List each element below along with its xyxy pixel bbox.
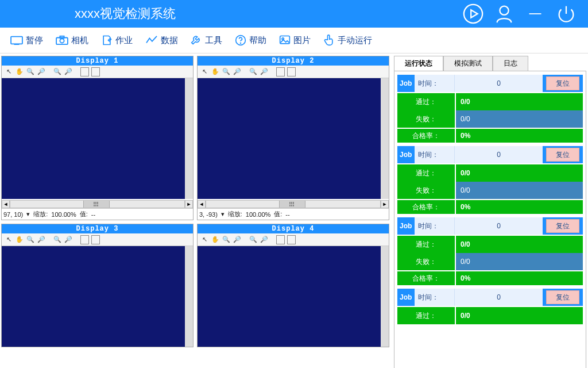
zoom-in-icon[interactable]: 🔍 [53, 235, 62, 244]
grid-icon[interactable] [276, 235, 285, 244]
display-title: Display 3 [2, 224, 193, 233]
app-header: xxxx视觉检测系统 [0, 0, 588, 28]
display-toolbar: ↖ ✋ 🔍 🔎 🔍 🔎 [2, 233, 193, 246]
play-icon[interactable] [462, 2, 485, 25]
pass-value: 0/0 [455, 93, 583, 110]
svg-rect-7 [60, 36, 64, 39]
zoom-in-icon[interactable]: 🔍 [222, 67, 231, 76]
zoom-out-icon[interactable]: 🔎 [37, 67, 46, 76]
vertical-scrollbar[interactable] [185, 78, 193, 199]
reset-button[interactable]: 复位 [546, 290, 579, 304]
dots-icon[interactable] [91, 235, 100, 244]
dots-icon[interactable] [287, 67, 296, 76]
job-block: Job 时间： 0 复位 通过：0/0 失败：0/0 合格率：0% [397, 146, 583, 214]
app-title: xxxx视觉检测系统 [75, 5, 176, 22]
display-panel-3: Display 3 ↖ ✋ 🔍 🔎 🔍 🔎 [1, 224, 194, 347]
zoom-in-icon[interactable]: 🔍 [249, 67, 258, 76]
display-canvas[interactable] [198, 78, 389, 199]
zoom-out-icon[interactable]: 🔎 [37, 235, 46, 244]
vertical-scrollbar[interactable] [381, 246, 389, 347]
zoom-out-icon[interactable]: 🔎 [233, 235, 242, 244]
help-button[interactable]: 帮助 [231, 32, 270, 48]
reset-button[interactable]: 复位 [546, 219, 579, 233]
svg-rect-3 [11, 37, 22, 44]
rate-value: 0% [455, 129, 583, 143]
display-toolbar: ↖ ✋ 🔍 🔎 🔍 🔎 [198, 66, 389, 78]
display-statusbar: 97, 10)▾ 缩放:100.00% 值:-- [2, 208, 193, 220]
display-panel-2: Display 2 ↖ ✋ 🔍 🔎 🔍 🔎 ◄ ► [197, 56, 389, 220]
grid-icon[interactable] [276, 67, 285, 76]
zoom-in-icon[interactable]: 🔍 [26, 235, 35, 244]
zoom-in-icon[interactable]: 🔍 [26, 67, 35, 76]
reset-button[interactable]: 复位 [546, 76, 579, 90]
zoom-in-icon[interactable]: 🔍 [249, 235, 258, 244]
zoom-in-icon[interactable]: 🔍 [53, 67, 62, 76]
minimize-icon[interactable] [524, 2, 547, 25]
grid-icon[interactable] [80, 235, 89, 244]
svg-point-0 [464, 5, 482, 23]
pause-button[interactable]: 暂停 [7, 33, 47, 48]
fail-value: 0/0 [455, 110, 583, 128]
hand-icon[interactable]: ✋ [15, 235, 24, 244]
time-label: 时间： [415, 75, 455, 92]
main-area: Display 1 ↖ ✋ 🔍 🔎 🔍 🔎 ◄ ► [0, 53, 588, 368]
grid-icon[interactable] [80, 67, 89, 76]
display-statusbar: 3, -93)▾ 缩放:100.00% 值:-- [198, 208, 389, 220]
display-panel-4: Display 4 ↖ ✋ 🔍 🔎 🔍 🔎 [197, 224, 389, 347]
hand-icon[interactable]: ✋ [15, 67, 24, 76]
pointer-icon[interactable]: ↖ [200, 67, 209, 76]
display-canvas[interactable] [2, 246, 193, 347]
tab-simulate[interactable]: 模拟测试 [443, 56, 493, 71]
display-title: Display 2 [198, 56, 389, 66]
job-block: Job 时间： 0 复位 通过：0/0 [397, 289, 583, 324]
vertical-scrollbar[interactable] [381, 78, 389, 199]
right-tabs: 运行状态 模拟测试 日志 [394, 56, 586, 71]
display-toolbar: ↖ ✋ 🔍 🔎 🔍 🔎 [2, 66, 193, 78]
vertical-scrollbar[interactable] [185, 246, 193, 347]
zoom-out-icon[interactable]: 🔎 [233, 67, 242, 76]
manual-run-button[interactable]: 手动运行 [320, 32, 376, 49]
tab-status[interactable]: 运行状态 [394, 56, 443, 71]
right-panel: 运行状态 模拟测试 日志 Job 时间： 0 复位 通过：0/0 失败：0/0 … [390, 53, 588, 368]
tab-log[interactable]: 日志 [493, 56, 528, 71]
display-canvas[interactable] [198, 246, 389, 347]
horizontal-scrollbar[interactable]: ◄ ► [198, 200, 389, 208]
scroll-left-icon[interactable]: ◄ [2, 200, 10, 208]
display-title: Display 4 [198, 224, 389, 233]
power-icon[interactable] [555, 2, 578, 25]
scroll-right-icon[interactable]: ► [185, 200, 193, 208]
scroll-right-icon[interactable]: ► [381, 200, 389, 208]
horizontal-scrollbar[interactable]: ◄ ► [2, 200, 193, 208]
user-icon[interactable] [493, 2, 516, 25]
svg-point-6 [60, 39, 64, 43]
display-canvas[interactable] [2, 78, 193, 199]
dots-icon[interactable] [91, 67, 100, 76]
reset-button[interactable]: 复位 [546, 148, 579, 162]
job-block: Job 时间： 0 复位 通过：0/0 失败：0/0 合格率：0% [397, 75, 583, 143]
job-button[interactable]: 作业 [98, 32, 136, 48]
time-value: 0 [455, 75, 543, 92]
pointer-icon[interactable]: ↖ [4, 235, 13, 244]
zoom-out-icon[interactable]: 🔎 [260, 67, 269, 76]
data-button[interactable]: 数据 [142, 33, 181, 48]
dots-icon[interactable] [287, 235, 296, 244]
pointer-icon[interactable]: ↖ [4, 67, 13, 76]
display-title: Display 1 [2, 56, 193, 66]
fail-label: 失败： [397, 110, 455, 128]
zoom-in-icon[interactable]: 🔍 [222, 235, 231, 244]
job-block: Job 时间： 0 复位 通过：0/0 失败：0/0 合格率：0% [397, 217, 583, 285]
svg-point-1 [500, 6, 508, 15]
camera-button[interactable]: 相机 [52, 33, 92, 48]
hand-icon[interactable]: ✋ [211, 67, 220, 76]
scroll-left-icon[interactable]: ◄ [198, 200, 206, 208]
hand-icon[interactable]: ✋ [211, 235, 220, 244]
zoom-out-icon[interactable]: 🔎 [64, 67, 73, 76]
header-icons [462, 2, 578, 25]
zoom-out-icon[interactable]: 🔎 [64, 235, 73, 244]
main-toolbar: 暂停 相机 作业 数据 工具 帮助 图片 手动运行 [0, 28, 588, 53]
tool-button[interactable]: 工具 [187, 32, 226, 48]
display-panel-1: Display 1 ↖ ✋ 🔍 🔎 🔍 🔎 ◄ ► [1, 56, 194, 220]
image-button[interactable]: 图片 [276, 32, 314, 48]
pointer-icon[interactable]: ↖ [200, 235, 209, 244]
zoom-out-icon[interactable]: 🔎 [260, 235, 269, 244]
